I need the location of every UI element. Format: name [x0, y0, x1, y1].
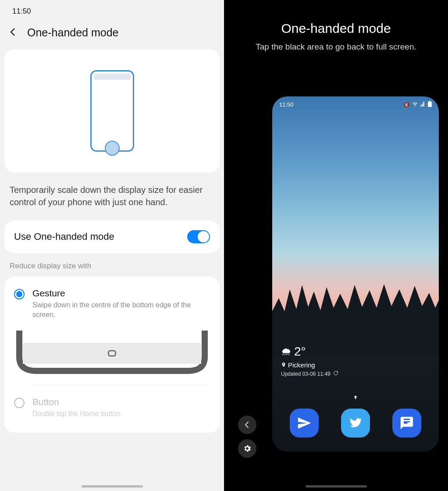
app-dock	[272, 403, 439, 443]
treeline	[272, 259, 439, 355]
floating-back-button[interactable]	[238, 416, 256, 434]
mute-icon: 🔇	[403, 102, 410, 108]
weather-widget[interactable]: 🌧 2° Pickering Updated 03-06 11:49	[281, 345, 338, 377]
svg-rect-2	[428, 102, 432, 107]
home-up-icon[interactable]	[353, 394, 358, 399]
mini-status-icons: 🔇	[403, 101, 432, 108]
preview-pane[interactable]: One-handed mode Tap the black area to go…	[224, 0, 448, 491]
weather-location: Pickering	[288, 361, 315, 369]
preview-title: One-handed mode	[224, 0, 448, 36]
page-title: One-handed mode	[27, 26, 118, 39]
description-text: Temporarily scale down the display size …	[0, 172, 224, 219]
home-indicator[interactable]	[306, 485, 367, 487]
toggle-label: Use One-handed mode	[14, 231, 114, 242]
back-icon[interactable]	[8, 27, 18, 39]
twitter-app-icon[interactable]	[341, 409, 370, 438]
settings-pane: 11:50 One-handed mode Temporarily scale …	[0, 0, 224, 491]
home-indicator[interactable]	[82, 485, 143, 487]
messages-app-icon[interactable]	[392, 409, 421, 438]
weather-temp: 2°	[294, 345, 306, 359]
weather-updated: Updated 03-06 11:49	[281, 371, 331, 377]
send-app-icon[interactable]	[290, 409, 319, 438]
option-gesture[interactable]: Gesture Swipe down in the centre of the …	[4, 279, 220, 323]
option-title: Gesture	[32, 288, 210, 299]
toggle-switch[interactable]	[187, 230, 210, 243]
weather-icon: 🌧	[281, 345, 292, 358]
status-time: 11:50	[0, 0, 224, 16]
option-button[interactable]: Button Double tap the Home button.	[4, 388, 220, 422]
preview-subtitle: Tap the black area to go back to full sc…	[224, 36, 448, 52]
divider	[32, 385, 208, 385]
mini-status-time: 11:50	[279, 101, 294, 108]
toggle-row[interactable]: Use One-handed mode	[4, 221, 220, 253]
options-card: Gesture Swipe down in the centre of the …	[4, 277, 220, 433]
wifi-icon	[412, 101, 418, 108]
gesture-illustration	[16, 331, 208, 374]
option-subtitle: Swipe down in the centre of the bottom e…	[32, 300, 210, 319]
floating-settings-button[interactable]	[238, 439, 256, 458]
option-subtitle: Double tap the Home button.	[32, 409, 122, 419]
signal-icon	[420, 101, 426, 108]
svg-rect-3	[429, 101, 431, 102]
mini-status-bar: 11:50 🔇	[272, 101, 439, 108]
battery-icon	[428, 101, 432, 108]
svg-rect-0	[23, 343, 201, 364]
phone-illustration	[90, 70, 134, 152]
option-title: Button	[32, 397, 122, 407]
radio-gesture[interactable]	[14, 289, 25, 299]
illustration-card	[4, 50, 220, 172]
header: One-handed mode	[0, 16, 224, 48]
location-pin-icon	[281, 361, 286, 369]
refresh-icon[interactable]	[333, 370, 338, 377]
radio-button[interactable]	[14, 398, 25, 408]
section-label: Reduce display size with	[0, 253, 224, 275]
mini-phone-preview[interactable]: 11:50 🔇 🌧 2°	[272, 96, 439, 452]
